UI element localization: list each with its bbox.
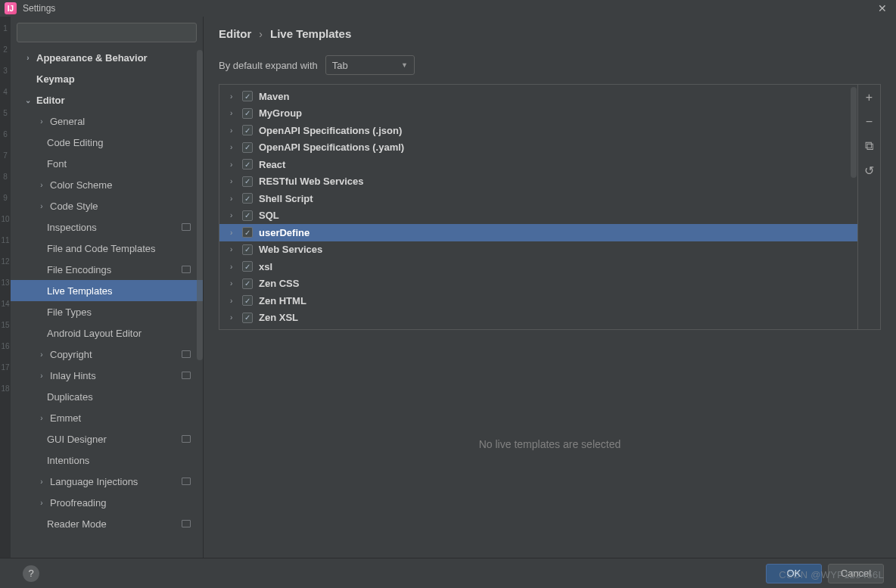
sidebar-item-code-style[interactable]: ›Code Style <box>11 195 203 216</box>
sidebar-item-label: Intentions <box>47 455 89 466</box>
checkbox[interactable]: ✓ <box>242 261 253 272</box>
revert-button[interactable]: ↺ <box>863 163 876 177</box>
sidebar-item-label: General <box>50 116 85 127</box>
checkbox[interactable]: ✓ <box>242 244 253 255</box>
chevron-right-icon: › <box>230 126 239 135</box>
sidebar-item-appearance-behavior[interactable]: ›Appearance & Behavior <box>11 47 203 68</box>
chevron-down-icon: ▼ <box>401 61 408 69</box>
template-group-row[interactable]: ›✓Web Services <box>219 241 857 259</box>
chevron-right-icon: › <box>23 52 33 63</box>
sidebar-item-live-templates[interactable]: Live Templates <box>11 280 203 301</box>
sidebar-item-label: Duplicates <box>47 391 93 403</box>
template-group-name: RESTful Web Services <box>259 176 363 187</box>
sidebar-item-font[interactable]: Font <box>11 153 203 174</box>
sidebar-item-code-editing[interactable]: Code Editing <box>11 132 203 153</box>
sidebar-item-label: Appearance & Behavior <box>36 52 148 64</box>
template-group-row[interactable]: ›✓OpenAPI Specifications (.yaml) <box>219 139 857 157</box>
checkbox[interactable]: ✓ <box>242 210 253 221</box>
templates-scrollbar[interactable] <box>851 86 857 328</box>
checkbox[interactable]: ✓ <box>242 125 253 135</box>
template-group-row[interactable]: ›✓RESTful Web Services <box>219 173 857 191</box>
template-group-row[interactable]: ›✓React <box>219 156 857 173</box>
sidebar-item-file-types[interactable]: File Types <box>11 301 203 322</box>
settings-search-input[interactable] <box>17 23 197 42</box>
template-group-name: MyGroup <box>259 107 302 119</box>
checkbox[interactable]: ✓ <box>242 278 253 289</box>
checkbox[interactable]: ✓ <box>242 108 253 119</box>
sidebar-item-keymap[interactable]: Keymap <box>11 68 203 89</box>
expand-combo[interactable]: Tab ▼ <box>325 55 415 75</box>
checkbox[interactable]: ✓ <box>242 176 253 187</box>
scope-badge-icon <box>182 350 191 358</box>
sidebar-item-proofreading[interactable]: ›Proofreading <box>11 492 203 513</box>
template-group-row[interactable]: ›✓SQL <box>219 207 857 225</box>
cancel-button[interactable]: Cancel <box>828 564 884 583</box>
sidebar-item-label: File and Code Templates <box>47 243 156 254</box>
sidebar-item-general[interactable]: ›General <box>11 110 203 132</box>
sidebar-item-duplicates[interactable]: Duplicates <box>11 386 203 407</box>
checkbox[interactable]: ✓ <box>242 142 253 153</box>
scope-badge-icon <box>182 435 191 443</box>
remove-button[interactable]: − <box>863 115 876 129</box>
scope-badge-icon <box>182 223 191 231</box>
sidebar-item-label: File Types <box>47 306 92 318</box>
template-group-row[interactable]: ›✓OpenAPI Specifications (.json) <box>219 122 857 139</box>
sidebar-item-inlay-hints[interactable]: ›Inlay Hints <box>11 365 203 386</box>
sidebar-item-label: Android Layout Editor <box>47 328 142 339</box>
template-group-name: SQL <box>259 210 279 221</box>
sidebar-item-android-layout-editor[interactable]: Android Layout Editor <box>11 322 203 344</box>
copy-button[interactable]: ⧉ <box>863 139 876 153</box>
templates-panel: ›✓Maven›✓MyGroup›✓OpenAPI Specifications… <box>219 84 881 330</box>
template-group-row[interactable]: ›✓Shell Script <box>219 190 857 207</box>
template-group-name: Zen HTML <box>259 295 306 306</box>
template-group-row[interactable]: ›✓Zen XSL <box>219 310 857 327</box>
checkbox[interactable]: ✓ <box>242 313 253 323</box>
chevron-right-icon: › <box>230 211 239 219</box>
sidebar-item-color-scheme[interactable]: ›Color Scheme <box>11 174 203 195</box>
sidebar-item-label: Code Style <box>50 201 98 212</box>
add-button[interactable]: + <box>863 91 876 104</box>
scope-badge-icon <box>182 520 191 527</box>
chevron-right-icon: › <box>230 160 239 169</box>
sidebar-item-copyright[interactable]: ›Copyright <box>11 344 203 365</box>
sidebar-item-gui-designer[interactable]: GUI Designer <box>11 428 203 450</box>
template-group-row[interactable]: ›✓Zen CSS <box>219 275 857 293</box>
sidebar-item-inspections[interactable]: Inspections <box>11 216 203 238</box>
template-group-row[interactable]: ›✓userDefine <box>219 224 857 241</box>
sidebar-item-file-and-code-templates[interactable]: File and Code Templates <box>11 238 203 259</box>
sidebar-item-intentions[interactable]: Intentions <box>11 450 203 471</box>
empty-message: No live templates are selected <box>219 330 881 558</box>
chevron-right-icon: › <box>36 349 47 359</box>
breadcrumb: Editor › Live Templates <box>219 27 881 40</box>
chevron-right-icon: › <box>230 177 239 185</box>
checkbox[interactable]: ✓ <box>242 227 253 238</box>
help-button[interactable]: ? <box>23 565 39 582</box>
sidebar-item-emmet[interactable]: ›Emmet <box>11 407 203 428</box>
sidebar-item-label: Copyright <box>50 349 92 360</box>
sidebar-item-label: Emmet <box>50 412 81 424</box>
sidebar-item-editor[interactable]: ⌄Editor <box>11 89 203 110</box>
checkbox[interactable]: ✓ <box>242 159 253 170</box>
checkbox[interactable]: ✓ <box>242 91 253 101</box>
template-group-row[interactable]: ›✓xsl <box>219 258 857 275</box>
sidebar-item-file-encodings[interactable]: File Encodings <box>11 259 203 280</box>
chevron-right-icon: › <box>230 279 239 288</box>
template-group-name: xsl <box>259 261 272 272</box>
chevron-right-icon: › <box>230 109 239 117</box>
editor-gutter: 123456789101112131415161718 <box>0 17 11 558</box>
template-group-row[interactable]: ›✓Zen HTML <box>219 292 857 310</box>
templates-list[interactable]: ›✓Maven›✓MyGroup›✓OpenAPI Specifications… <box>219 85 857 329</box>
breadcrumb-root[interactable]: Editor <box>219 27 251 40</box>
sidebar-item-language-injections[interactable]: ›Language Injections <box>11 471 203 492</box>
sidebar-item-label: Live Templates <box>47 285 112 297</box>
close-icon[interactable]: ✕ <box>873 2 891 14</box>
sidebar-item-reader-mode[interactable]: Reader Mode <box>11 513 203 534</box>
template-group-row[interactable]: ›✓MyGroup <box>219 105 857 123</box>
settings-tree[interactable]: ›Appearance & BehaviorKeymap⌄Editor›Gene… <box>11 47 203 558</box>
scope-badge-icon <box>182 372 191 379</box>
template-group-row[interactable]: ›✓Maven <box>219 88 857 105</box>
ok-button[interactable]: OK <box>766 564 822 583</box>
checkbox[interactable]: ✓ <box>242 193 253 204</box>
sidebar-scrollbar[interactable] <box>197 47 203 558</box>
checkbox[interactable]: ✓ <box>242 295 253 306</box>
